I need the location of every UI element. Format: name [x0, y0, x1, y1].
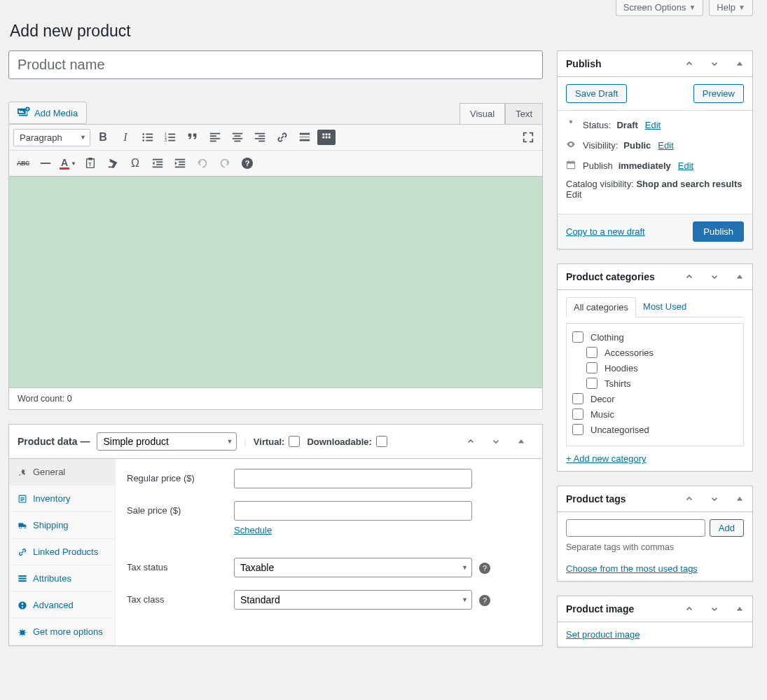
editor-content[interactable] — [8, 177, 543, 388]
move-up-icon[interactable] — [677, 596, 702, 622]
svg-rect-42 — [109, 167, 113, 168]
category-clothing[interactable]: Clothing — [572, 329, 738, 345]
edit-visibility-link[interactable]: Edit — [658, 140, 673, 151]
outdent-icon[interactable] — [148, 153, 167, 173]
product-name-input[interactable] — [8, 50, 543, 79]
sale-price-input[interactable] — [234, 501, 472, 521]
tab-inventory[interactable]: Inventory — [9, 486, 115, 512]
svg-rect-21 — [255, 133, 265, 135]
pin-icon — [566, 119, 577, 131]
strikethrough-icon[interactable]: ABC — [13, 153, 33, 173]
product-data-title: Product data — — [18, 436, 90, 447]
tab-all-categories[interactable]: All categories — [566, 297, 636, 317]
publish-button[interactable]: Publish — [693, 221, 744, 242]
tab-get-more[interactable]: Get more options — [9, 619, 115, 645]
tab-linked-products[interactable]: Linked Products — [9, 539, 115, 565]
product-type-select[interactable]: Simple product — [97, 432, 237, 451]
move-up-icon[interactable] — [677, 486, 702, 512]
preview-button[interactable]: Preview — [693, 84, 744, 103]
move-down-icon[interactable] — [483, 429, 509, 454]
clear-format-icon[interactable] — [103, 153, 123, 173]
category-tshirts[interactable]: Tshirts — [572, 376, 738, 391]
undo-icon[interactable] — [193, 153, 212, 173]
quote-icon[interactable] — [183, 128, 202, 147]
readmore-icon[interactable] — [295, 128, 315, 147]
tax-status-select[interactable]: Taxable — [234, 558, 472, 577]
choose-tags-link[interactable]: Choose from the most used tags — [566, 563, 698, 574]
tab-advanced[interactable]: Advanced — [9, 592, 115, 619]
help-icon[interactable]: ? — [237, 153, 257, 173]
toggle-icon[interactable] — [727, 596, 752, 622]
set-image-link[interactable]: Set product image — [566, 629, 640, 640]
category-uncategorised[interactable]: Uncategorised — [572, 422, 738, 437]
edit-publish-link[interactable]: Edit — [678, 160, 693, 171]
save-draft-button[interactable]: Save Draft — [566, 84, 627, 103]
svg-rect-52 — [20, 497, 25, 497]
toggle-icon[interactable] — [727, 51, 752, 76]
italic-icon[interactable]: I — [116, 128, 135, 147]
downloadable-checkbox[interactable]: Downloadable: — [307, 436, 387, 447]
category-accessories[interactable]: Accessories — [572, 345, 738, 360]
screen-options-button[interactable]: Screen Options ▼ — [616, 0, 704, 16]
toolbar-toggle-icon[interactable] — [317, 130, 336, 145]
special-char-icon[interactable]: Ω — [125, 153, 145, 173]
toggle-icon[interactable] — [509, 429, 534, 454]
category-decor[interactable]: Decor — [572, 391, 738, 406]
numbered-list-icon[interactable]: 123 — [160, 128, 180, 147]
category-hoodies[interactable]: Hoodies — [572, 360, 738, 376]
virtual-checkbox[interactable]: Virtual: — [254, 436, 300, 447]
tab-text[interactable]: Text — [505, 103, 543, 124]
help-button[interactable]: Help ▼ — [709, 0, 753, 16]
move-up-icon[interactable] — [677, 264, 702, 289]
tab-most-used[interactable]: Most Used — [636, 297, 693, 317]
link-icon[interactable] — [272, 128, 292, 147]
regular-price-input[interactable] — [234, 469, 472, 488]
svg-rect-16 — [210, 141, 216, 142]
toggle-icon[interactable] — [727, 486, 752, 512]
category-music[interactable]: Music — [572, 406, 738, 422]
svg-rect-34 — [329, 133, 331, 135]
align-center-icon[interactable] — [228, 128, 247, 147]
edit-catalog-link[interactable]: Edit — [566, 189, 581, 200]
fullscreen-icon[interactable] — [518, 128, 538, 147]
svg-rect-6 — [146, 140, 153, 142]
tab-visual[interactable]: Visual — [459, 103, 505, 124]
move-down-icon[interactable] — [702, 264, 727, 289]
help-icon[interactable]: ? — [479, 595, 490, 606]
add-media-button[interactable]: Add Media — [8, 102, 87, 124]
move-down-icon[interactable] — [702, 596, 727, 622]
redo-icon[interactable] — [215, 153, 235, 173]
schedule-link[interactable]: Schedule — [234, 525, 272, 535]
indent-icon[interactable] — [170, 153, 190, 173]
tag-input[interactable] — [566, 519, 705, 537]
svg-rect-32 — [322, 133, 324, 135]
move-down-icon[interactable] — [702, 51, 727, 76]
tab-general[interactable]: General — [9, 459, 115, 486]
edit-status-link[interactable]: Edit — [645, 120, 661, 130]
help-icon[interactable]: ? — [479, 563, 490, 574]
text-color-icon[interactable]: A▼ — [58, 153, 78, 173]
add-tag-button[interactable]: Add — [710, 519, 744, 537]
tax-class-select[interactable]: Standard — [234, 590, 472, 610]
paste-text-icon[interactable]: T — [81, 153, 100, 173]
add-category-link[interactable]: + Add new category — [566, 453, 647, 464]
svg-rect-14 — [210, 135, 216, 137]
format-select[interactable]: Paragraph — [13, 129, 90, 146]
align-right-icon[interactable] — [250, 128, 270, 147]
move-down-icon[interactable] — [702, 486, 727, 512]
svg-rect-27 — [300, 137, 302, 137]
align-left-icon[interactable] — [205, 128, 225, 147]
bold-icon[interactable]: B — [93, 128, 113, 147]
svg-rect-19 — [233, 138, 242, 139]
hr-icon[interactable] — [36, 153, 55, 173]
move-up-icon[interactable] — [458, 429, 483, 454]
svg-text:T: T — [88, 161, 92, 167]
tab-shipping[interactable]: Shipping — [9, 512, 115, 539]
toggle-icon[interactable] — [727, 264, 752, 289]
bullet-list-icon[interactable] — [138, 128, 158, 147]
tab-attributes[interactable]: Attributes — [9, 565, 115, 592]
svg-rect-24 — [258, 141, 265, 142]
svg-rect-44 — [156, 161, 163, 163]
copy-draft-link[interactable]: Copy to a new draft — [566, 226, 645, 237]
move-up-icon[interactable] — [677, 51, 702, 76]
